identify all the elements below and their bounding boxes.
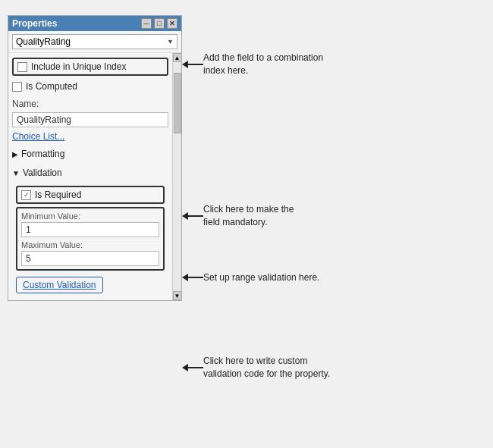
minimize-button[interactable]: ─ xyxy=(141,18,152,29)
custom-validation-row: Custom Validation xyxy=(16,274,165,293)
annotation-4-arrowhead xyxy=(182,364,188,371)
annotation-1-arrow xyxy=(182,61,203,68)
restore-button[interactable]: □ xyxy=(154,18,165,29)
annotation-2-arrow xyxy=(182,212,203,220)
annotation-3-arrowhead xyxy=(182,274,188,281)
validation-content: ✓ Is Required Minimum Value: Maximum Val… xyxy=(12,183,168,296)
annotation-2-text: Click here to make thefield mandatory. xyxy=(203,203,294,229)
is-required-checkbox[interactable]: ✓ xyxy=(21,190,31,200)
annotation-1-line xyxy=(188,64,203,65)
choice-list-link-row: Choice List... xyxy=(12,131,168,142)
dropdown-arrow-icon: ▼ xyxy=(167,38,174,45)
annotation-4-arrow xyxy=(182,364,203,371)
formatting-label: Formatting xyxy=(21,149,64,159)
name-label: Name: xyxy=(12,97,168,110)
name-input[interactable] xyxy=(12,112,168,127)
annotation-1-text: Add the field to a combinationindex here… xyxy=(203,52,323,77)
scrollbar-track: ▲ ▼ xyxy=(172,53,181,300)
panel-title: Properties xyxy=(12,18,141,29)
formatting-section-header[interactable]: ▶ Formatting xyxy=(12,146,168,161)
minimum-field-group: Minimum Value: xyxy=(21,211,159,237)
annotation-4-text: Click here to write customvalidation cod… xyxy=(203,355,330,381)
is-required-label: Is Required xyxy=(35,190,81,200)
panel-scroll-wrapper: Include in Unique Index Is Computed Name… xyxy=(8,53,181,300)
annotation-2: Click here to make thefield mandatory. xyxy=(182,203,294,229)
validation-section-header[interactable]: ▼ Validation xyxy=(12,164,168,180)
close-button[interactable]: ✕ xyxy=(167,18,177,29)
maximum-input[interactable] xyxy=(21,251,159,266)
include-unique-label: Include in Unique Index xyxy=(31,61,126,72)
is-computed-row: Is Computed xyxy=(12,80,168,93)
choice-list-link[interactable]: Choice List... xyxy=(12,130,64,143)
minimum-label: Minimum Value: xyxy=(21,211,159,221)
main-container: Properties ─ □ ✕ QualityRating ▼ Inc xyxy=(0,0,493,448)
annotation-1-arrowhead xyxy=(182,61,188,68)
include-unique-checkbox[interactable] xyxy=(17,62,27,72)
include-unique-row: Include in Unique Index xyxy=(12,58,168,76)
scrollbar-down-arrow[interactable]: ▼ xyxy=(173,291,182,300)
annotation-3-line xyxy=(188,277,203,278)
annotation-3-arrow xyxy=(182,274,203,281)
annotation-2-line xyxy=(188,215,203,217)
field-dropdown-value: QualityRating xyxy=(16,36,71,47)
annotations-area: Add the field to a combinationindex here… xyxy=(182,15,485,440)
maximum-field-group: Maximum Value: xyxy=(21,240,159,266)
minimum-input[interactable] xyxy=(21,222,159,237)
is-required-row: ✓ Is Required xyxy=(16,186,165,204)
annotation-2-arrowhead xyxy=(182,212,188,220)
is-computed-label: Is Computed xyxy=(26,81,77,92)
titlebar-controls: ─ □ ✕ xyxy=(141,18,177,29)
annotation-1: Add the field to a combinationindex here… xyxy=(182,52,323,77)
properties-panel: Properties ─ □ ✕ QualityRating ▼ Inc xyxy=(8,15,182,301)
annotation-3-text: Set up range validation here. xyxy=(203,271,319,284)
validation-expand-icon: ▼ xyxy=(12,169,20,177)
field-dropdown[interactable]: QualityRating ▼ xyxy=(12,34,177,49)
annotation-4-line xyxy=(188,367,203,368)
name-field-group: Name: xyxy=(12,97,168,127)
props-list: Include in Unique Index Is Computed Name… xyxy=(8,53,172,300)
panel-titlebar: Properties ─ □ ✕ xyxy=(8,16,181,31)
field-dropdown-row: QualityRating ▼ xyxy=(8,31,181,53)
custom-validation-link[interactable]: Custom Validation xyxy=(16,277,103,293)
scrollbar-up-arrow[interactable]: ▲ xyxy=(173,53,182,62)
props-scroll-area: Include in Unique Index Is Computed Name… xyxy=(8,53,181,300)
formatting-collapse-icon: ▶ xyxy=(12,150,18,158)
scrollbar-thumb[interactable] xyxy=(174,73,181,133)
range-validation-group: Minimum Value: Maximum Value: xyxy=(16,207,165,271)
maximum-label: Maximum Value: xyxy=(21,240,159,249)
annotation-4: Click here to write customvalidation cod… xyxy=(182,355,330,381)
validation-label: Validation xyxy=(23,168,62,178)
is-computed-checkbox[interactable] xyxy=(12,82,22,92)
annotation-3: Set up range validation here. xyxy=(182,271,319,284)
